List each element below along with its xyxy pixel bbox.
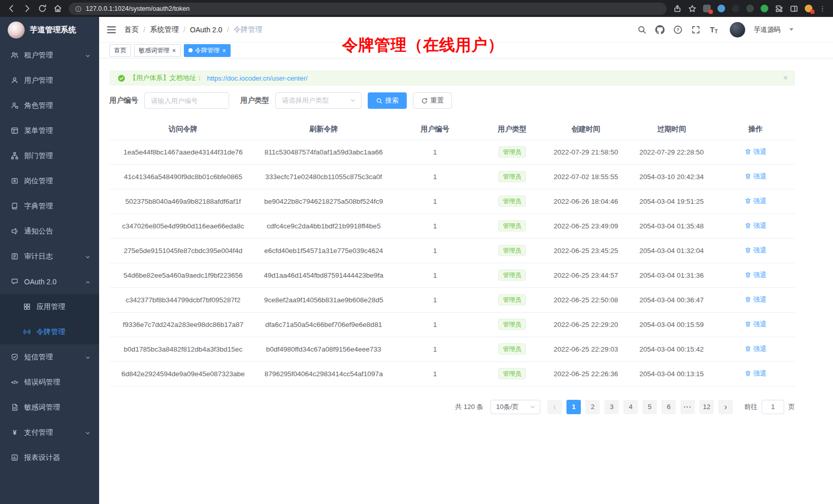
force-logout-button[interactable]: 强退 — [745, 344, 767, 354]
breadcrumb-item[interactable]: OAuth 2.0 — [190, 26, 222, 34]
caret-down-icon[interactable] — [789, 28, 793, 31]
extension-icon-3[interactable] — [732, 5, 740, 12]
user-id-input[interactable] — [144, 92, 229, 109]
page-info-icon[interactable] — [75, 5, 82, 12]
browser-menu-icon[interactable]: ⋮ — [819, 5, 826, 12]
tab-label: 首页 — [114, 46, 126, 55]
sidebar-item-label: 字典管理 — [24, 202, 91, 211]
sidebar-item-tenant[interactable]: 租户管理 — [0, 43, 99, 68]
reload-icon[interactable] — [38, 4, 47, 13]
forward-icon[interactable] — [23, 4, 31, 13]
sidebar-item-error-code[interactable]: </>错误码管理 — [0, 370, 99, 395]
post-icon — [11, 177, 18, 185]
sidebar-item-role[interactable]: 角色管理 — [0, 93, 99, 118]
bookmark-star-icon[interactable] — [688, 5, 696, 13]
pagination-page-3[interactable]: 3 — [604, 400, 619, 414]
force-logout-button[interactable]: 强退 — [745, 270, 767, 280]
access-token-cell: b0d1785bc3a8482f812db4a3f3bd15ec — [109, 337, 257, 361]
sidebar-item-label: OAuth 2.0 — [24, 278, 79, 286]
url-bar[interactable]: 127.0.0.1:1024/system/oauth2/token — [69, 3, 667, 15]
logo[interactable]: 芋道管理系统 — [0, 17, 99, 43]
active-tab-dot — [188, 48, 193, 52]
user-type-select[interactable]: 请选择用户类型 — [275, 92, 362, 109]
pagination-page-12[interactable]: 12 — [699, 400, 714, 414]
browser-profile-avatar[interactable] — [805, 5, 812, 12]
refresh-token-cell: e6cfd40eb1f54571a31e775e039c4624 — [257, 238, 390, 263]
puzzle-icon[interactable] — [775, 5, 783, 13]
user-avatar[interactable] — [730, 22, 745, 37]
sidebar-item-oauth2-app[interactable]: 应用管理 — [0, 294, 99, 319]
search-icon[interactable] — [637, 25, 647, 34]
force-logout-button[interactable]: 强退 — [745, 369, 767, 378]
font-size-icon[interactable]: TT — [709, 25, 718, 34]
alert-link[interactable]: https://doc.iocoder.cn/user-center/ — [207, 74, 308, 82]
table-header-row: 访问令牌刷新令牌用户编号用户类型创建时间过期时间操作 — [109, 119, 795, 140]
share-icon[interactable] — [673, 5, 681, 13]
sidebar-item-notice[interactable]: 通知公告 — [0, 219, 99, 244]
github-icon[interactable] — [655, 25, 665, 34]
column-header: 创建时间 — [545, 119, 627, 140]
goto-page-input[interactable] — [762, 400, 784, 414]
pagination-prev-button[interactable]: ‹ — [547, 400, 562, 414]
force-logout-button[interactable]: 强退 — [745, 295, 767, 304]
sidebar-item-user[interactable]: 用户管理 — [0, 68, 99, 93]
force-logout-button[interactable]: 强退 — [745, 246, 767, 255]
action-cell: 强退 — [716, 189, 795, 214]
back-icon[interactable] — [7, 4, 16, 13]
sidebar-item-sms[interactable]: 短信管理 — [0, 344, 99, 370]
trash-icon — [745, 321, 751, 327]
table-row: 54d6be82ee5a460a9aedc1f9bf22365649d1aa46… — [109, 263, 795, 287]
action-cell: 强退 — [716, 263, 795, 287]
sidebar-item-post[interactable]: 岗位管理 — [0, 168, 99, 193]
username[interactable]: 芋道源码 — [754, 25, 781, 34]
pagination-ellipsis[interactable]: ··· — [680, 400, 695, 414]
breadcrumb-separator: / — [227, 26, 229, 34]
table-row: f9336e7c7dd242a283ee98dc86b17a87dfa6c71a… — [109, 312, 795, 337]
sidebar-item-label: 报表设计器 — [24, 453, 91, 462]
sidebar-item-pay[interactable]: ¥支付管理 — [0, 420, 99, 445]
close-icon[interactable]: × — [222, 47, 226, 54]
extension-icon-1[interactable] — [703, 5, 711, 12]
pagination-page-6[interactable]: 6 — [661, 400, 676, 414]
breadcrumb-item[interactable]: 系统管理 — [150, 25, 179, 34]
sidebar-item-oauth2-token[interactable]: 令牌管理 — [0, 319, 99, 344]
sidebar-item-dict[interactable]: 字典管理 — [0, 193, 99, 219]
close-icon[interactable]: × — [783, 74, 788, 82]
fullscreen-icon[interactable] — [691, 25, 701, 34]
goto-page: 前往 页 — [744, 400, 795, 414]
sidebar-item-dept[interactable]: 部门管理 — [0, 143, 99, 168]
sidebar-item-oauth2[interactable]: OAuth 2.0 — [0, 269, 99, 294]
pagination-page-2[interactable]: 2 — [585, 400, 600, 414]
tab-首页[interactable]: 首页 — [109, 44, 131, 57]
breadcrumb-item[interactable]: 首页 — [124, 25, 139, 34]
chevron-down-icon — [85, 354, 91, 360]
force-logout-button[interactable]: 强退 — [745, 320, 767, 329]
logo-avatar — [8, 22, 25, 38]
extension-icon-5[interactable] — [761, 5, 768, 12]
search-button[interactable]: 搜索 — [368, 92, 407, 109]
pagination-page-1[interactable]: 1 — [566, 400, 581, 414]
reset-button[interactable]: 重置 — [413, 92, 452, 109]
force-logout-button[interactable]: 强退 — [745, 172, 767, 181]
hamburger-icon[interactable] — [106, 25, 117, 35]
tab-敏感词管理[interactable]: 敏感词管理× — [134, 44, 181, 57]
pagination-page-4[interactable]: 4 — [623, 400, 638, 414]
home-icon[interactable] — [53, 4, 62, 13]
extension-icon-2[interactable] — [717, 5, 725, 12]
tenant-icon — [11, 51, 18, 59]
extension-icon-4[interactable] — [746, 5, 754, 12]
force-logout-button[interactable]: 强退 — [745, 221, 767, 230]
pagination-next-button[interactable]: › — [718, 400, 733, 414]
close-icon[interactable]: × — [172, 47, 176, 54]
sidebar-item-audit-log[interactable]: 审计日志 — [0, 244, 99, 269]
side-panel-icon[interactable] — [790, 5, 798, 13]
sidebar-item-menu[interactable]: 菜单管理 — [0, 118, 99, 143]
sidebar-item-report-designer[interactable]: 报表设计器 — [0, 445, 99, 470]
pagination-page-5[interactable]: 5 — [642, 400, 657, 414]
force-logout-button[interactable]: 强退 — [745, 197, 767, 206]
page-size-select[interactable]: 10条/页 — [490, 400, 540, 414]
sidebar-item-sensitive-word[interactable]: 敏感词管理 — [0, 395, 99, 420]
tab-令牌管理[interactable]: 令牌管理× — [184, 44, 231, 57]
help-icon[interactable]: ? — [673, 25, 683, 34]
force-logout-button[interactable]: 强退 — [745, 147, 767, 157]
